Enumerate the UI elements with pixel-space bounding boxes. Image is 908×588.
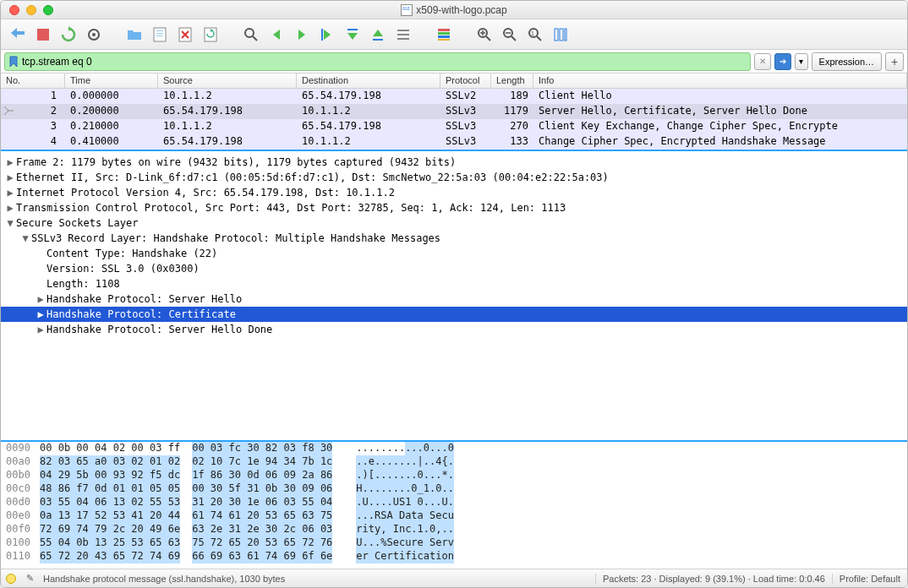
go-next-packet-button[interactable] xyxy=(292,24,312,45)
detail-text: Internet Protocol Version 4, Src: 65.54.… xyxy=(16,187,395,199)
expression-button[interactable]: Expression… xyxy=(812,52,882,71)
hex-row[interactable]: 00d003 55 04 06 13 02 55 5331 20 30 1e 0… xyxy=(1,496,907,509)
detail-row[interactable]: Content Type: Handshake (22) xyxy=(1,246,907,261)
detail-row[interactable]: ▶ Handshake Protocol: Server Hello xyxy=(1,291,907,307)
expand-arrow-icon[interactable]: ▶ xyxy=(4,172,16,183)
hex-row[interactable]: 00f072 69 74 79 2c 20 49 6e63 2e 31 2e 3… xyxy=(1,523,907,536)
svg-rect-3 xyxy=(154,28,166,41)
go-to-packet-button[interactable] xyxy=(317,24,337,45)
svg-rect-26 xyxy=(565,29,566,41)
restart-capture-button[interactable] xyxy=(58,24,79,45)
packet-details[interactable]: ▶ Frame 2: 1179 bytes on wire (9432 bits… xyxy=(1,151,907,442)
edit-capture-comment-button[interactable]: ✎ xyxy=(21,573,38,584)
detail-text: Frame 2: 1179 bytes on wire (9432 bits),… xyxy=(16,156,456,168)
status-packets: Packets: 23 · Displayed: 9 (39.1%) · Loa… xyxy=(595,574,832,584)
expand-arrow-icon[interactable]: ▶ xyxy=(4,156,16,168)
add-filter-button[interactable]: + xyxy=(885,52,904,71)
apply-filter-button[interactable]: ➔ xyxy=(774,53,791,70)
col-time[interactable]: Time xyxy=(65,74,158,88)
close-file-button[interactable] xyxy=(175,24,195,45)
zoom-in-button[interactable] xyxy=(474,24,495,45)
hex-row[interactable]: 00b004 29 5b 00 93 92 f5 dc1f 86 30 0d 0… xyxy=(1,469,907,482)
hex-row[interactable]: 010055 04 0b 13 25 53 65 6375 72 65 20 5… xyxy=(1,536,907,550)
detail-row[interactable]: ▼ SSLv3 Record Layer: Handshake Protocol… xyxy=(1,231,907,246)
detail-row[interactable]: ▶ Internet Protocol Version 4, Src: 65.5… xyxy=(1,185,907,200)
hex-row[interactable]: 011065 72 20 43 65 72 74 6966 69 63 61 7… xyxy=(1,550,907,564)
svg-rect-19 xyxy=(438,39,450,41)
packet-list-header[interactable]: No. Time Source Destination Protocol Len… xyxy=(1,74,907,89)
save-file-button[interactable] xyxy=(150,24,170,45)
detail-row[interactable]: Length: 1108 xyxy=(1,276,907,291)
app-window: x509-with-logo.pcap 1 ✕ ➔ xyxy=(0,0,908,588)
capture-options-button[interactable] xyxy=(84,24,104,45)
clear-filter-button[interactable]: ✕ xyxy=(754,53,771,70)
detail-row[interactable]: ▶ Handshake Protocol: Certificate xyxy=(1,307,907,322)
detail-text: SSLv3 Record Layer: Handshake Protocol: … xyxy=(31,232,440,244)
detail-text: Handshake Protocol: Certificate xyxy=(46,308,236,320)
status-profile[interactable]: Profile: Default xyxy=(832,574,907,584)
svg-rect-11 xyxy=(347,29,358,30)
svg-rect-4 xyxy=(156,30,163,31)
expand-arrow-icon[interactable]: ▶ xyxy=(4,202,16,214)
expand-arrow-icon[interactable]: ▶ xyxy=(4,187,16,199)
col-proto[interactable]: Protocol xyxy=(440,74,491,88)
expand-arrow-icon[interactable]: ▶ xyxy=(35,308,46,320)
svg-rect-6 xyxy=(156,35,163,36)
status-message: Handshake protocol message (ssl.handshak… xyxy=(38,574,595,584)
packet-list[interactable]: 10.00000010.1.1.265.54.179.198SSLv2189Cl… xyxy=(1,89,907,151)
packet-row[interactable]: 30.21000010.1.1.265.54.179.198SSLv3270Cl… xyxy=(1,119,907,134)
hex-row[interactable]: 00c048 86 f7 0d 01 01 05 0500 30 5f 31 0… xyxy=(1,482,907,496)
detail-row[interactable]: ▶ Transmission Control Protocol, Src Por… xyxy=(1,200,907,215)
expand-arrow-icon[interactable]: ▶ xyxy=(35,293,46,305)
detail-row[interactable]: Version: SSL 3.0 (0x0300) xyxy=(1,261,907,276)
packet-row[interactable]: 10.00000010.1.1.265.54.179.198SSLv2189Cl… xyxy=(1,89,907,104)
window-title: x509-with-logo.pcap xyxy=(1,4,907,16)
resize-columns-button[interactable] xyxy=(550,24,571,45)
expert-info-button[interactable] xyxy=(6,574,16,584)
col-src[interactable]: Source xyxy=(158,74,297,88)
stop-capture-button[interactable] xyxy=(33,24,53,45)
detail-row[interactable]: ▼ Secure Sockets Layer xyxy=(1,215,907,231)
packet-row[interactable]: 20.20000065.54.179.19810.1.1.2SSLv31179S… xyxy=(1,104,907,119)
go-first-packet-button[interactable] xyxy=(342,24,363,45)
go-last-packet-button[interactable] xyxy=(368,24,388,45)
titlebar: x509-with-logo.pcap xyxy=(1,1,907,19)
col-len[interactable]: Length xyxy=(491,74,533,88)
svg-rect-15 xyxy=(397,38,409,40)
hex-row[interactable]: 009000 0b 00 04 02 00 03 ff00 03 fc 30 8… xyxy=(1,442,907,455)
zoom-out-button[interactable] xyxy=(500,24,520,45)
window-title-text: x509-with-logo.pcap xyxy=(416,4,506,16)
svg-rect-14 xyxy=(397,34,409,35)
col-dst[interactable]: Destination xyxy=(297,74,440,88)
packet-bytes[interactable]: 009000 0b 00 04 02 00 03 ff00 03 fc 30 8… xyxy=(1,442,907,569)
zoom-reset-button[interactable]: 1 xyxy=(525,24,545,45)
svg-rect-12 xyxy=(373,39,383,41)
detail-row[interactable]: ▶ Handshake Protocol: Server Hello Done xyxy=(1,322,907,337)
reload-file-button[interactable] xyxy=(200,24,221,45)
detail-text: Length: 1108 xyxy=(46,278,120,290)
expand-arrow-icon[interactable]: ▼ xyxy=(4,217,16,229)
svg-point-2 xyxy=(92,33,96,36)
display-filter-input[interactable] xyxy=(22,56,747,68)
bookmark-icon[interactable] xyxy=(8,56,19,68)
recent-filters-button[interactable]: ▾ xyxy=(795,53,808,70)
go-prev-packet-button[interactable] xyxy=(266,24,287,45)
start-capture-button[interactable] xyxy=(8,24,28,45)
detail-row[interactable]: ▶ Frame 2: 1179 bytes on wire (9432 bits… xyxy=(1,155,907,170)
svg-point-9 xyxy=(245,29,254,37)
expand-arrow-icon[interactable]: ▶ xyxy=(35,324,46,335)
detail-row[interactable]: ▶ Ethernet II, Src: D-Link_6f:d7:c1 (00:… xyxy=(1,170,907,185)
open-file-button[interactable] xyxy=(124,24,145,45)
colorize-button[interactable] xyxy=(434,24,454,45)
hex-row[interactable]: 00e00a 13 17 52 53 41 20 4461 74 61 20 5… xyxy=(1,509,907,523)
col-info[interactable]: Info xyxy=(533,74,907,88)
packet-row[interactable]: 40.41000065.54.179.19810.1.1.2SSLv3133Ch… xyxy=(1,134,907,150)
svg-rect-17 xyxy=(438,32,450,35)
expand-arrow-icon[interactable]: ▼ xyxy=(19,232,31,244)
detail-text: Secure Sockets Layer xyxy=(16,217,139,229)
detail-text: Handshake Protocol: Server Hello xyxy=(46,293,242,305)
find-packet-button[interactable] xyxy=(241,24,261,45)
hex-row[interactable]: 00a082 03 65 a0 03 02 01 0202 10 7c 1e 9… xyxy=(1,455,907,469)
auto-scroll-button[interactable] xyxy=(393,24,413,45)
col-no[interactable]: No. xyxy=(1,74,65,88)
